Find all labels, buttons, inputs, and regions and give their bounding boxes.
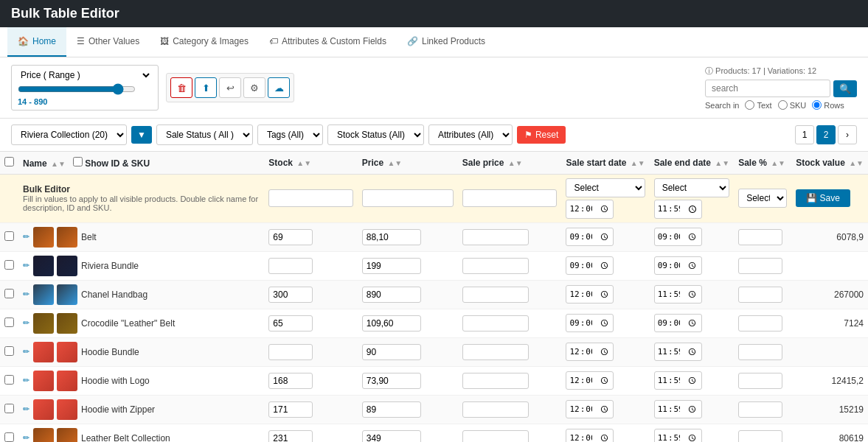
sale-price-3[interactable] xyxy=(462,287,529,303)
edit-icon-5[interactable]: ✏ xyxy=(23,347,29,357)
sale-price-4[interactable] xyxy=(462,315,529,332)
edit-icon-2[interactable]: ✏ xyxy=(23,261,29,270)
price-7[interactable] xyxy=(362,401,421,418)
bulk-start-time[interactable] xyxy=(566,200,614,219)
filter-icon-button[interactable]: ▼ xyxy=(131,126,152,144)
stock-3[interactable] xyxy=(268,287,313,303)
sale-pct-5[interactable] xyxy=(738,344,782,360)
page-2-button[interactable]: 2 xyxy=(816,125,836,144)
stock-5[interactable] xyxy=(268,344,313,360)
bulk-pct-select[interactable]: Select xyxy=(738,189,787,208)
sale-price-header[interactable]: Sale price ▲▼ xyxy=(458,152,562,175)
end-time-5[interactable] xyxy=(654,343,702,362)
edit-icon-7[interactable]: ✏ xyxy=(23,404,29,414)
attributes-filter[interactable]: Attributes (All) xyxy=(428,124,513,145)
search-rows-option[interactable]: Rows xyxy=(812,100,844,110)
price-1[interactable] xyxy=(362,229,421,245)
undo-button[interactable]: ↩ xyxy=(219,77,241,98)
show-id-sku-checkbox[interactable] xyxy=(73,157,83,166)
end-time-1[interactable] xyxy=(654,228,702,247)
stock-value-header[interactable]: Stock value ▲▼ xyxy=(791,152,868,175)
end-time-8[interactable] xyxy=(654,429,702,442)
settings-button[interactable]: ⚙ xyxy=(243,77,265,98)
page-next-button[interactable]: › xyxy=(838,125,857,144)
price-header[interactable]: Price ▲▼ xyxy=(358,152,458,175)
end-time-6[interactable] xyxy=(654,371,702,390)
name-header[interactable]: Name ▲▼ Show ID & SKU xyxy=(18,152,264,175)
row-checkbox-4[interactable] xyxy=(4,318,14,327)
end-time-4[interactable] xyxy=(654,314,702,333)
search-input[interactable] xyxy=(705,80,830,97)
bulk-end-time[interactable] xyxy=(654,200,702,219)
row-checkbox-3[interactable] xyxy=(4,289,14,298)
sale-price-2[interactable] xyxy=(462,258,529,274)
page-1-button[interactable]: 1 xyxy=(795,125,814,144)
price-6[interactable] xyxy=(362,373,421,389)
delete-button[interactable]: 🗑 xyxy=(170,77,192,98)
start-time-4[interactable] xyxy=(566,314,614,333)
end-time-3[interactable] xyxy=(654,285,702,304)
end-time-2[interactable] xyxy=(654,256,702,276)
tab-linked-products[interactable]: 🔗 Linked Products xyxy=(397,27,496,57)
save-button[interactable]: 💾 Save xyxy=(796,189,850,207)
price-4[interactable] xyxy=(362,315,421,332)
row-checkbox-2[interactable] xyxy=(4,260,14,270)
row-checkbox-1[interactable] xyxy=(4,231,14,241)
tab-attributes-custom-fields[interactable]: 🏷 Attributes & Custom Fields xyxy=(259,27,397,57)
search-button[interactable]: 🔍 xyxy=(833,80,857,97)
price-range-slider[interactable] xyxy=(18,83,136,95)
bulk-start-select[interactable]: Select xyxy=(566,178,645,197)
end-time-7[interactable] xyxy=(654,400,702,419)
sale-status-filter[interactable]: Sale Status ( All ) xyxy=(156,124,253,145)
reset-button[interactable]: ⚑ Reset xyxy=(517,126,566,144)
start-time-3[interactable] xyxy=(566,285,614,304)
price-3[interactable] xyxy=(362,287,421,303)
bulk-end-select[interactable]: Select xyxy=(654,178,730,197)
start-time-8[interactable] xyxy=(566,429,614,442)
edit-icon-6[interactable]: ✏ xyxy=(23,376,29,385)
sale-price-1[interactable] xyxy=(462,229,529,245)
start-time-6[interactable] xyxy=(566,371,614,390)
sale-pct-2[interactable] xyxy=(738,258,782,274)
sale-price-7[interactable] xyxy=(462,401,529,418)
sale-pct-header[interactable]: Sale % ▲▼ xyxy=(734,152,791,175)
price-5[interactable] xyxy=(362,344,421,360)
price-2[interactable] xyxy=(362,258,421,274)
stock-7[interactable] xyxy=(268,401,313,418)
edit-icon-4[interactable]: ✏ xyxy=(23,318,29,328)
row-checkbox-6[interactable] xyxy=(4,375,14,385)
sale-pct-1[interactable] xyxy=(738,229,782,245)
sale-price-8[interactable] xyxy=(462,430,529,442)
start-time-5[interactable] xyxy=(566,343,614,362)
search-text-option[interactable]: Text xyxy=(745,100,771,110)
start-time-1[interactable] xyxy=(566,228,614,247)
start-time-2[interactable] xyxy=(566,256,614,276)
price-range-select[interactable]: Price ( Range ) xyxy=(18,69,152,81)
sale-price-6[interactable] xyxy=(462,373,529,389)
stock-status-filter[interactable]: Stock Status (All) xyxy=(327,124,424,145)
stock-8[interactable] xyxy=(268,430,313,442)
row-checkbox-7[interactable] xyxy=(4,404,14,413)
tags-filter[interactable]: Tags (All) xyxy=(257,124,323,145)
sale-pct-7[interactable] xyxy=(738,401,782,418)
bulk-price-input[interactable] xyxy=(362,189,454,207)
tab-category-images[interactable]: 🖼 Category & Images xyxy=(150,27,259,57)
sale-pct-6[interactable] xyxy=(738,373,782,389)
collection-filter[interactable]: Riviera Collection (20) xyxy=(11,124,127,145)
row-checkbox-8[interactable] xyxy=(4,432,14,442)
tab-other-values[interactable]: ☰ Other Values xyxy=(66,27,150,57)
tab-home[interactable]: 🏠 Home xyxy=(7,27,66,57)
sale-start-date-header[interactable]: Sale start date ▲▼ xyxy=(561,152,649,175)
cloud-button[interactable]: ☁ xyxy=(268,77,290,98)
stock-2[interactable] xyxy=(268,258,313,274)
stock-6[interactable] xyxy=(268,373,313,389)
sale-price-5[interactable] xyxy=(462,344,529,360)
price-8[interactable] xyxy=(362,430,421,442)
bulk-sale-price-input[interactable] xyxy=(462,189,558,207)
stock-1[interactable] xyxy=(268,229,313,245)
edit-icon-1[interactable]: ✏ xyxy=(23,232,29,242)
stock-header[interactable]: Stock ▲▼ xyxy=(264,152,357,175)
stock-4[interactable] xyxy=(268,315,313,332)
upload-button[interactable]: ⬆ xyxy=(195,77,217,98)
start-time-7[interactable] xyxy=(566,400,614,419)
